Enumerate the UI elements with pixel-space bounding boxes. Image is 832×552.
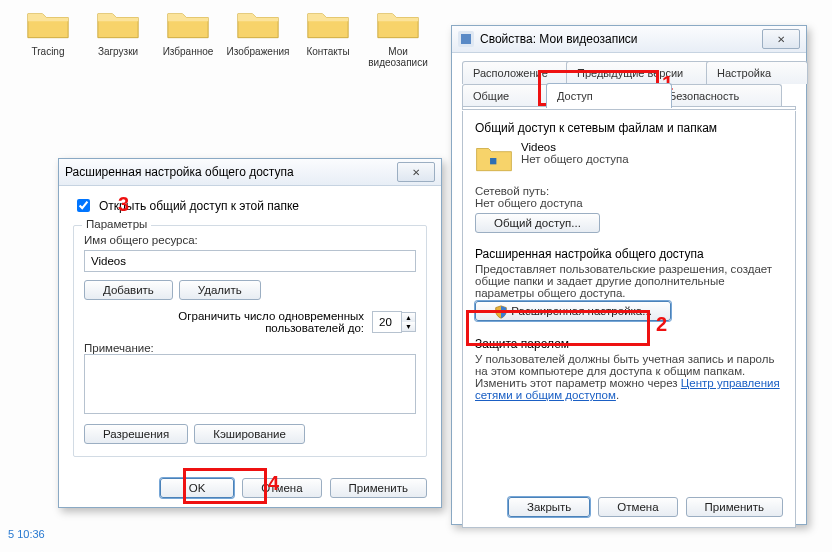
folder-label: Изображения	[227, 46, 290, 57]
cancel-button[interactable]: Отмена	[598, 497, 677, 517]
network-share-header: Общий доступ к сетевым файлам и папкам	[475, 121, 783, 135]
note-textarea[interactable]	[84, 354, 416, 414]
folder-icon	[166, 4, 210, 44]
status-time: 5 10:36	[8, 528, 45, 540]
advanced-sharing-dialog: Расширенная настройка общего доступа ✕ О…	[58, 158, 442, 508]
caching-button[interactable]: Кэширование	[194, 424, 305, 444]
user-limit-input[interactable]	[372, 311, 402, 333]
password-protect-header: Защита паролем	[475, 337, 783, 351]
password-protect-desc: У пользователей должны быть учетная запи…	[475, 353, 783, 401]
share-status: Нет общего доступа	[521, 153, 629, 165]
desktop-folder-row: TracingЗагрузкиИзбранноеИзображенияКонта…	[0, 0, 446, 72]
folder-icon	[376, 4, 420, 44]
parameters-legend: Параметры	[82, 218, 151, 230]
ok-button[interactable]: OK	[160, 478, 235, 498]
advanced-sharing-title: Расширенная настройка общего доступа	[65, 165, 294, 179]
share-name-input[interactable]	[84, 250, 416, 272]
folder-label: Избранное	[163, 46, 214, 57]
folder-изображения[interactable]: Изображения	[228, 4, 288, 68]
sharing-pane: Общий доступ к сетевым файлам и папкам V…	[462, 111, 796, 528]
folder-контакты[interactable]: Контакты	[298, 4, 358, 68]
properties-titlebar: Свойства: Мои видеозаписи ✕	[452, 26, 806, 53]
svg-rect-2	[490, 158, 496, 164]
folder-label: Tracing	[32, 46, 65, 57]
properties-dialog: Свойства: Мои видеозаписи ✕ Расположение…	[451, 25, 807, 525]
tab-sharing[interactable]: Доступ	[546, 83, 672, 108]
advanced-dialog-buttons: OK Отмена Применить	[160, 478, 427, 498]
apply-button[interactable]: Применить	[330, 478, 427, 498]
folder-мои-видеозаписи[interactable]: Моивидеозаписи	[368, 4, 428, 68]
spinner-arrows[interactable]: ▲▼	[402, 312, 416, 332]
folder-icon	[26, 4, 70, 44]
limit-label-1: Ограничить число одновременных	[178, 310, 364, 322]
note-label: Примечание:	[84, 342, 154, 354]
apply-button[interactable]: Применить	[686, 497, 783, 517]
close-icon[interactable]: ✕	[397, 162, 435, 182]
annotation-4: 4	[268, 472, 279, 495]
share-folder-checkbox[interactable]	[77, 199, 90, 212]
cancel-button[interactable]: Отмена	[242, 478, 321, 498]
annotation-2: 2	[656, 313, 667, 336]
limit-label-2: пользователей до:	[178, 322, 364, 334]
properties-button-row: Закрыть Отмена Применить	[508, 497, 783, 517]
share-name-label: Имя общего ресурса:	[84, 234, 198, 246]
tab-previous-versions[interactable]: Предыдущие версии	[566, 61, 720, 84]
control-panel-icon	[458, 31, 474, 47]
svg-rect-1	[461, 34, 471, 44]
folder-label: Контакты	[306, 46, 349, 57]
chevron-up-icon: ▲	[402, 313, 415, 322]
close-button[interactable]: Закрыть	[508, 497, 590, 517]
advanced-sharing-titlebar: Расширенная настройка общего доступа ✕	[59, 159, 441, 186]
share-folder-name: Videos	[521, 141, 629, 153]
permissions-button[interactable]: Разрешения	[84, 424, 188, 444]
shield-icon	[494, 305, 508, 317]
share-button[interactable]: Общий доступ...	[475, 213, 600, 233]
advanced-share-header: Расширенная настройка общего доступа	[475, 247, 783, 261]
parameters-group: Параметры Имя общего ресурса: Добавить У…	[73, 225, 427, 457]
folder-icon	[306, 4, 350, 44]
properties-title: Свойства: Мои видеозаписи	[480, 32, 638, 46]
advanced-sharing-button[interactable]: Расширенная настройка...	[475, 301, 671, 321]
chevron-down-icon: ▼	[402, 322, 415, 331]
properties-tabs: Расположение Предыдущие версии Настройка…	[462, 61, 796, 111]
folder-label: Моивидеозаписи	[368, 46, 427, 68]
folder-избранное[interactable]: Избранное	[158, 4, 218, 68]
close-icon[interactable]: ✕	[762, 29, 800, 49]
tab-location[interactable]: Расположение	[462, 61, 580, 84]
folder-загрузки[interactable]: Загрузки	[88, 4, 148, 68]
tab-security[interactable]: Безопасность	[658, 84, 782, 107]
remove-button[interactable]: Удалить	[179, 280, 261, 300]
folder-label: Загрузки	[98, 46, 138, 57]
tab-customize[interactable]: Настройка	[706, 61, 808, 84]
folder-icon	[236, 4, 280, 44]
folder-tracing[interactable]: Tracing	[18, 4, 78, 68]
user-limit-spinner[interactable]: ▲▼	[372, 311, 416, 333]
share-folder-icon	[475, 141, 513, 177]
folder-icon	[96, 4, 140, 44]
annotation-3: 3	[118, 193, 129, 216]
add-button[interactable]: Добавить	[84, 280, 173, 300]
advanced-share-desc: Предоставляет пользовательские разрешени…	[475, 263, 783, 299]
net-path-value: Нет общего доступа	[475, 197, 783, 209]
net-path-label: Сетевой путь:	[475, 185, 783, 197]
